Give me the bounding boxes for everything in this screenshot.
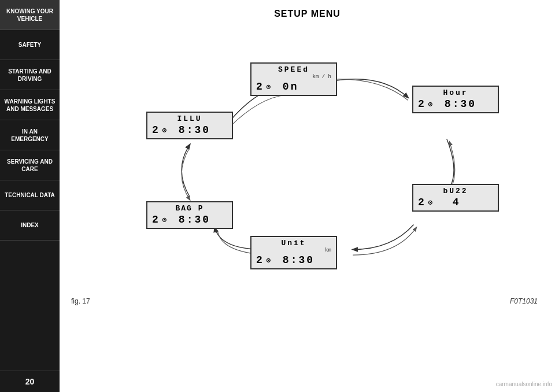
illu-label: ILLU	[147, 113, 232, 123]
sidebar-item-servicing[interactable]: SERVICING AND CARE	[0, 150, 60, 180]
unit-value: 2⊙ 8:30	[251, 253, 336, 268]
page-title: SETUP MENU	[71, 9, 543, 19]
bag-p-label: BAG P	[147, 202, 232, 213]
page-number: 20	[0, 371, 60, 392]
sidebar-item-emergency[interactable]: IN AN EMERGENCY	[0, 120, 60, 150]
bag-p-value: 2⊙ 8:30	[147, 213, 232, 228]
sidebar-item-index[interactable]: INDEX	[0, 210, 60, 241]
sidebar-item-safety[interactable]: SAFETY	[0, 30, 60, 60]
hour-label: Hour	[413, 87, 498, 97]
unit-sublabel: km	[251, 247, 336, 253]
display-speed: SPEEd km / h 2⊙ 0n	[250, 62, 337, 96]
display-buzz: bU22 2⊙ 4	[412, 184, 499, 212]
watermark: carmanualsonline.info	[496, 381, 552, 387]
fig-code: F0T1031	[510, 297, 538, 305]
illu-value: 2⊙ 8:30	[147, 123, 232, 138]
display-hour: Hour 2⊙ 8:30	[412, 86, 499, 113]
hour-value: 2⊙ 8:30	[413, 97, 498, 112]
sidebar-item-technical-data[interactable]: TECHNICAL DATA	[0, 180, 60, 210]
display-unit: Unit km 2⊙ 8:30	[250, 236, 337, 269]
buzz-value: 2⊙ 4	[413, 195, 498, 210]
buzz-label: bU22	[413, 185, 498, 195]
display-illu: ILLU 2⊙ 8:30	[146, 112, 233, 139]
speed-label: SPEEd	[251, 64, 336, 74]
display-bag-p: BAG P 2⊙ 8:30	[146, 201, 233, 229]
diagram-area: SPEEd km / h 2⊙ 0n Hour 2⊙ 8:30 ILLU 2⊙ …	[71, 31, 543, 308]
main-content: SETUP MENU	[60, 0, 555, 392]
sidebar: KNOWING YOUR VEHICLE SAFETY STARTING AND…	[0, 0, 60, 392]
sidebar-item-starting-driving[interactable]: STARTING AND DRIVING	[0, 60, 60, 90]
sidebar-item-warning-lights[interactable]: WARNING LIGHTS AND MESSAGES	[0, 90, 60, 120]
speed-sublabel: km / h	[251, 74, 336, 80]
speed-value: 2⊙ 0n	[251, 80, 336, 95]
unit-label: Unit	[251, 237, 336, 247]
sidebar-item-knowing-your-vehicle[interactable]: KNOWING YOUR VEHICLE	[0, 0, 60, 30]
fig-label: fig. 17	[71, 297, 90, 305]
